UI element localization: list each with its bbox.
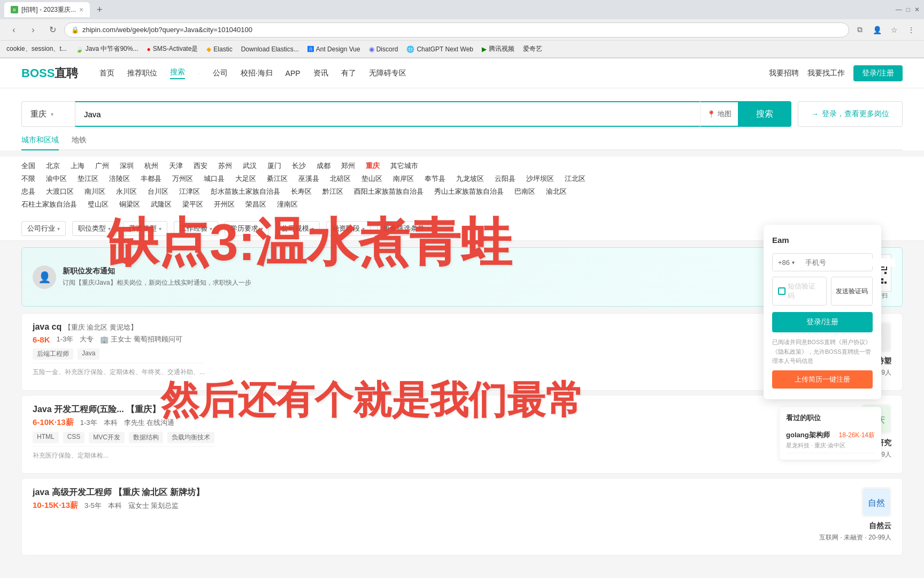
district-qijiang[interactable]: 綦江区 xyxy=(267,174,288,184)
nav-home[interactable]: 首页 xyxy=(99,69,114,78)
bookmark-item[interactable]: ▶ 腾讯视频 xyxy=(482,44,514,54)
nav-news[interactable]: 资讯 xyxy=(313,69,328,78)
district-bishan[interactable]: 璧山区 xyxy=(88,200,109,209)
district-wanzhou[interactable]: 万州区 xyxy=(172,174,193,184)
viewed-job-item[interactable]: golang架构师 18-26K·14薪 星龙科技 · 重庆·渝中区 xyxy=(786,427,875,453)
district-fengjie[interactable]: 奉节县 xyxy=(425,174,445,184)
nav-found[interactable]: 有了 xyxy=(341,69,356,78)
city-shenzhen[interactable]: 深圳 xyxy=(120,161,134,171)
district-wuxi[interactable]: 巫溪县 xyxy=(298,174,319,184)
bookmark-item[interactable]: 爱奇艺 xyxy=(523,44,542,54)
back-btn[interactable]: ‹ xyxy=(6,22,21,37)
city-hangzhou[interactable]: 杭州 xyxy=(144,161,158,171)
bookmark-item[interactable]: cookie、session、t... xyxy=(6,44,67,54)
boss-logo[interactable]: BOSS直聘 xyxy=(21,65,78,81)
city-wuhan[interactable]: 武汉 xyxy=(243,161,257,171)
bookmark-item[interactable]: 🍃 Java 中节省90%... xyxy=(75,44,138,54)
job-title-1[interactable]: java cq 【重庆 渝北区 黄泥埝】 xyxy=(33,322,205,332)
nav-recommend[interactable]: 推荐职位 xyxy=(127,69,157,78)
phone-field[interactable] xyxy=(805,258,895,267)
city-other[interactable]: 其它城市 xyxy=(390,161,418,171)
forward-btn[interactable]: › xyxy=(26,22,41,37)
city-chongqing[interactable]: 重庆 xyxy=(366,161,380,171)
bookmark-item[interactable]: ● SMS-Activate是 xyxy=(147,44,198,54)
phone-prefix[interactable]: +86 ▾ xyxy=(778,258,795,267)
browser-min[interactable]: — xyxy=(896,6,902,13)
district-xiushan[interactable]: 秀山土家族苗族自治县 xyxy=(434,187,504,196)
district-rongchang[interactable]: 荣昌区 xyxy=(245,200,266,209)
city-tianjin[interactable]: 天津 xyxy=(169,161,183,171)
menu-btn[interactable]: ⋮ xyxy=(905,24,918,36)
city-suzhou[interactable]: 苏州 xyxy=(218,161,232,171)
district-shizhu[interactable]: 石柱土家族自治县 xyxy=(21,200,77,209)
district-beibei[interactable]: 北碚区 xyxy=(330,174,351,184)
city-beijing[interactable]: 北京 xyxy=(46,161,60,171)
bookmark-item[interactable]: ◉ Discord xyxy=(369,45,398,53)
city-xiamen[interactable]: 厦门 xyxy=(267,161,281,171)
filter-industry[interactable]: 公司行业 ▾ xyxy=(21,221,66,236)
bookmark-item[interactable]: Download Elastics... xyxy=(241,45,299,53)
district-dazu[interactable]: 大足区 xyxy=(235,174,256,184)
district-yongchuan[interactable]: 永川区 xyxy=(116,187,137,196)
district-qianjiang[interactable]: 黔江区 xyxy=(322,187,343,196)
login-more-btn[interactable]: → 登录，查看更多岗位 xyxy=(798,101,903,127)
send-code-btn[interactable]: 发送验证码 xyxy=(831,277,873,306)
nav-search[interactable]: 搜索 xyxy=(170,67,185,79)
nav-campus[interactable]: 校招·海归 xyxy=(241,69,273,78)
job-title-3[interactable]: java 高级开发工程师 【重庆 渝北区 新牌坊】 xyxy=(33,487,204,498)
district-fengdu[interactable]: 丰都县 xyxy=(141,174,161,184)
district-shapingba[interactable]: 沙坪坝区 xyxy=(526,174,554,184)
address-bar[interactable]: 🔒 zhipin.com/web/geek/job?query=Java&cit… xyxy=(64,22,849,37)
tab-subway[interactable]: 地铁 xyxy=(72,135,87,149)
nav-obstacle[interactable]: 无障碍专区 xyxy=(369,69,406,78)
login-register-btn[interactable]: 登录/注册 xyxy=(853,65,903,81)
bookmark-item[interactable]: 🌐 ChatGPT Next Web xyxy=(406,45,473,53)
city-selector[interactable]: 重庆 ▾ xyxy=(21,101,75,127)
tab-city-region[interactable]: 城市和区域 xyxy=(21,135,59,150)
district-all[interactable]: 不限 xyxy=(21,174,35,184)
district-changshou[interactable]: 长寿区 xyxy=(291,187,312,196)
city-changsha[interactable]: 长沙 xyxy=(292,161,306,171)
city-shanghai[interactable]: 上海 xyxy=(71,161,84,171)
bookmark-item[interactable]: ◆ Elastic xyxy=(206,45,232,53)
district-chengkou[interactable]: 城口县 xyxy=(204,174,225,184)
nav-company[interactable]: 公司 xyxy=(213,69,228,78)
map-btn[interactable]: 📍 地图 xyxy=(700,101,738,127)
district-banan[interactable]: 巴南区 xyxy=(514,187,535,196)
district-dadukou[interactable]: 大渡口区 xyxy=(46,187,74,196)
district-zhong[interactable]: 忠县 xyxy=(21,187,35,196)
district-jiulongpo[interactable]: 九龙坡区 xyxy=(456,174,484,184)
district-kaizhou[interactable]: 开州区 xyxy=(214,200,235,209)
city-xian[interactable]: 西安 xyxy=(194,161,207,171)
upload-resume-btn[interactable]: 上传简历一键注册 xyxy=(772,370,873,389)
district-tongliang[interactable]: 铜梁区 xyxy=(119,200,140,209)
bookmark-item[interactable]: 🅰 Ant Design Vue xyxy=(307,45,360,53)
district-dianjiang[interactable]: 垫江区 xyxy=(78,174,98,184)
district-tongnan[interactable]: 潼南区 xyxy=(277,200,298,209)
city-chengdu[interactable]: 成都 xyxy=(317,161,330,171)
employer-btn[interactable]: 我要招聘 xyxy=(769,69,799,78)
active-tab[interactable]: B [招聘] - 2023重庆... × xyxy=(4,2,90,17)
profile-btn[interactable]: 👤 xyxy=(871,24,883,36)
find-job-btn[interactable]: 我要找工作 xyxy=(807,69,845,78)
new-tab-btn[interactable]: + xyxy=(92,2,107,17)
district-yuzhong[interactable]: 渝中区 xyxy=(46,174,67,184)
district-fuling[interactable]: 涪陵区 xyxy=(109,174,130,184)
browser-max[interactable]: □ xyxy=(906,6,910,13)
login-submit-btn[interactable]: 登录/注册 xyxy=(772,312,873,332)
tab-close-btn[interactable]: × xyxy=(79,5,83,14)
code-input[interactable]: 短信验证码 xyxy=(772,277,827,306)
district-nanchuan[interactable]: 南川区 xyxy=(84,187,105,196)
district-youyang[interactable]: 酉阳土家族苗族自治县 xyxy=(354,187,424,196)
extensions-btn[interactable]: ⧉ xyxy=(853,24,866,36)
star-btn[interactable]: ☆ xyxy=(888,24,900,36)
nav-app[interactable]: APP xyxy=(286,69,301,78)
refresh-btn[interactable]: ↻ xyxy=(45,22,60,37)
district-jiangbei[interactable]: 江北区 xyxy=(565,174,586,184)
city-all[interactable]: 全国 xyxy=(21,161,35,171)
city-zhengzhou[interactable]: 郑州 xyxy=(341,161,355,171)
district-liangping[interactable]: 梁平区 xyxy=(182,200,203,209)
district-lianshan[interactable]: 垫山区 xyxy=(361,174,382,184)
district-taichuan[interactable]: 台川区 xyxy=(148,187,168,196)
city-guangzhou[interactable]: 广州 xyxy=(95,161,109,171)
